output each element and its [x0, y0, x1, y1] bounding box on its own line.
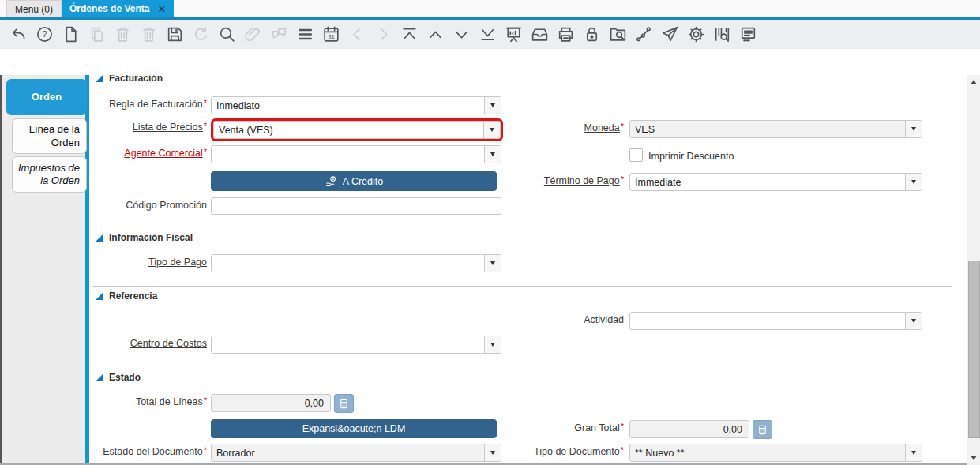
tipo-pago-dropdown-button[interactable] — [484, 255, 501, 272]
chevron-down-icon — [911, 127, 916, 131]
zoom-across-icon[interactable] — [607, 24, 628, 45]
required-marker: * — [204, 445, 207, 455]
scroll-up-icon[interactable] — [971, 80, 977, 84]
regla-facturacion-input[interactable] — [212, 97, 484, 114]
product-info-icon[interactable] — [712, 24, 732, 45]
centro-costos-label[interactable]: Centro de Costos — [93, 338, 207, 349]
help-icon[interactable]: ? — [34, 24, 54, 45]
tipo-pago-input[interactable] — [212, 255, 484, 272]
lista-precios-combo[interactable] — [213, 121, 501, 139]
required-marker: * — [204, 121, 207, 130]
total-lineas-calculator-button[interactable] — [334, 394, 354, 413]
total-lineas-input — [211, 394, 331, 412]
agente-comercial-combo[interactable] — [211, 145, 501, 163]
moneda-label[interactable]: Moneda* — [470, 122, 624, 133]
tab-ordenes-de-venta[interactable]: Órdenes de Venta ✕ — [62, 0, 174, 17]
copy-record-icon — [86, 24, 107, 45]
actividad-dropdown-button[interactable] — [905, 313, 922, 329]
chevron-down-icon — [490, 103, 495, 107]
new-record-icon[interactable] — [60, 24, 81, 45]
tipo-pago-combo[interactable] — [211, 254, 501, 272]
tipo-documento-input[interactable] — [630, 444, 905, 461]
calendar-icon[interactable]: 31 — [321, 24, 341, 45]
centro-costos-input[interactable] — [212, 336, 484, 353]
quick-form-icon[interactable] — [738, 24, 758, 45]
first-record-icon[interactable] — [399, 24, 419, 45]
collapse-triangle-icon[interactable] — [96, 234, 103, 242]
workflow-icon[interactable] — [633, 24, 654, 45]
actividad-label[interactable]: Actividad — [470, 314, 624, 325]
vertical-scrollbar[interactable] — [967, 75, 980, 465]
report-icon[interactable] — [503, 24, 524, 45]
moneda-input[interactable] — [630, 121, 905, 137]
collapse-triangle-icon[interactable] — [96, 374, 103, 381]
actividad-combo[interactable] — [629, 312, 922, 330]
archive-icon[interactable] — [529, 24, 550, 45]
termino-pago-label[interactable]: Término de Pago* — [470, 175, 624, 186]
required-marker: * — [204, 147, 207, 156]
section-title: Facturación — [109, 75, 163, 84]
delete-selection-icon — [138, 24, 159, 45]
termino-pago-combo[interactable] — [629, 173, 922, 191]
agente-comercial-dropdown-button[interactable] — [484, 146, 501, 163]
undo-icon[interactable] — [8, 24, 28, 45]
delete-record-icon — [112, 24, 133, 45]
section-header-informacion-fiscal: Información Fiscal — [96, 232, 193, 243]
moneda-combo[interactable] — [629, 120, 922, 138]
estado-documento-combo[interactable] — [211, 444, 501, 462]
sidebar-tab-linea-de-la-orden[interactable]: Línea de la Orden — [12, 118, 87, 154]
tipo-documento-label[interactable]: Tipo de Documento* — [470, 446, 624, 457]
regla-facturacion-label: Regla de Facturación* — [93, 99, 207, 110]
regla-facturacion-dropdown-button[interactable] — [484, 97, 501, 114]
expansion-ldm-button[interactable]: Expansi&oacute;n LDM — [211, 419, 497, 438]
chat-icon — [268, 24, 289, 45]
chevron-down-icon — [911, 319, 916, 323]
chevron-down-icon — [490, 343, 495, 347]
codigo-promocion-input[interactable] — [211, 197, 501, 215]
centro-costos-combo[interactable] — [211, 336, 501, 354]
scrollbar-thumb[interactable] — [968, 261, 980, 438]
credit-hand-coin-icon: $ — [325, 175, 338, 187]
print-icon[interactable] — [555, 24, 576, 45]
lista-precios-label[interactable]: Lista de Precios* — [93, 122, 207, 133]
section-divider — [93, 227, 952, 227]
lock-icon[interactable] — [581, 24, 602, 45]
termino-pago-dropdown-button[interactable] — [905, 174, 922, 190]
centro-costos-dropdown-button[interactable] — [484, 336, 501, 353]
a-credito-button[interactable]: $ A Crédito — [211, 171, 497, 191]
previous-record-icon[interactable] — [425, 24, 445, 45]
save-icon[interactable] — [164, 24, 185, 45]
gran-total-calculator-button[interactable] — [753, 420, 772, 439]
last-record-icon[interactable] — [477, 24, 498, 45]
send-icon[interactable] — [659, 24, 680, 45]
termino-pago-input[interactable] — [630, 174, 905, 190]
sidebar-tab-orden[interactable]: Orden — [6, 79, 87, 115]
next-record-icon[interactable] — [451, 24, 471, 45]
grid-toggle-icon[interactable] — [295, 24, 315, 45]
preferences-icon[interactable] — [685, 24, 706, 45]
collapse-triangle-icon[interactable] — [96, 75, 103, 82]
regla-facturacion-combo[interactable] — [211, 96, 501, 114]
find-icon[interactable] — [216, 24, 237, 45]
tipo-documento-dropdown-button[interactable] — [905, 444, 922, 461]
moneda-dropdown-button[interactable] — [905, 121, 922, 137]
section-header-facturacion: Facturación — [96, 75, 163, 84]
imprimir-descuento-checkbox[interactable] — [629, 148, 643, 162]
tab-ordenes-label: Órdenes de Venta — [69, 3, 149, 14]
lista-precios-input[interactable] — [214, 122, 483, 138]
tipo-pago-label[interactable]: Tipo de Pago — [93, 257, 207, 268]
refresh-icon — [190, 24, 211, 45]
scroll-down-icon[interactable] — [971, 456, 977, 460]
record-tabs-sidebar: Orden Línea de la Orden Impuestos de la … — [0, 75, 89, 465]
agente-comercial-label[interactable]: Agente Comercial* — [93, 148, 207, 159]
close-tab-icon[interactable]: ✕ — [157, 3, 166, 15]
section-title: Estado — [109, 372, 141, 383]
estado-documento-input[interactable] — [212, 444, 484, 461]
actividad-input[interactable] — [630, 313, 905, 329]
collapse-triangle-icon[interactable] — [96, 293, 103, 300]
tab-menu[interactable]: Menú (0) — [6, 0, 62, 17]
attachment-icon — [242, 24, 263, 45]
tipo-documento-combo[interactable] — [629, 444, 922, 462]
sidebar-tab-impuestos-de-la-orden[interactable]: Impuestos de la Orden — [12, 156, 87, 193]
agente-comercial-input[interactable] — [212, 146, 484, 163]
